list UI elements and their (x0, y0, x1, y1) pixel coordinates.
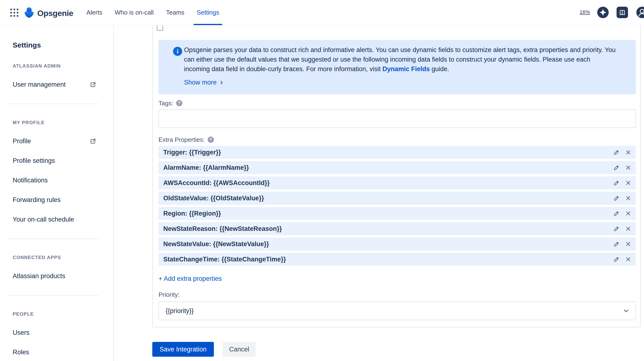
opsgenie-logo[interactable]: Opsgenie (24, 7, 73, 19)
edit-property-button[interactable] (614, 195, 620, 201)
extra-property-text: Trigger: {{Trigger}} (163, 149, 221, 156)
sidebar-item-label: Atlassian products (13, 272, 66, 280)
sidebar-item-label: Users (13, 329, 30, 336)
extra-property-text: Region: {{Region}} (163, 210, 221, 217)
tags-input[interactable] (158, 109, 636, 128)
extra-property-text: AWSAccountId: {{AWSAccountId}} (163, 179, 270, 187)
show-more-link[interactable]: Show more (184, 79, 224, 86)
sidebar-item-label: Roles (13, 348, 29, 356)
discover-compass-icon[interactable] (597, 7, 609, 18)
add-extra-properties-link[interactable]: + Add extra properties (158, 274, 222, 284)
info-text-after: guide. (430, 66, 449, 72)
chevron-right-icon (219, 80, 224, 85)
sidebar-item-notifications[interactable]: Notifications (13, 176, 99, 185)
extra-property-text: StateChangeTime: {{StateChangeTime}} (163, 256, 286, 263)
nav-alerts[interactable]: Alerts (86, 0, 103, 25)
dynamic-fields-link[interactable]: Dynamic Fields (382, 66, 430, 72)
sidebar-item-profile-settings[interactable]: Profile settings (13, 156, 99, 166)
edit-property-button[interactable] (614, 256, 620, 262)
sidebar-item-atlassian-products[interactable]: Atlassian products (13, 271, 99, 281)
opsgenie-logo-icon (24, 7, 34, 19)
info-banner-text: Opsgenie parses your data to construct r… (184, 45, 616, 74)
sidebar-item-profile[interactable]: Profile (13, 136, 99, 146)
product-name: Opsgenie (37, 8, 73, 18)
sidebar-sections: ATLASSIAN ADMINUser managementMY PROFILE… (13, 63, 114, 357)
info-banner: i Opsgenie parses your data to construct… (158, 40, 636, 94)
edit-property-button[interactable] (614, 164, 620, 171)
priority-label-row: Priority: (158, 291, 180, 298)
sidebar-item-label: Profile (13, 138, 31, 145)
remove-property-button[interactable] (626, 226, 631, 232)
notebook-icon[interactable] (616, 7, 628, 18)
sidebar-section-label-connected-apps: CONNECTED APPS (13, 254, 114, 260)
extra-property-text: OldStateValue: {{OldStateValue}} (163, 194, 264, 202)
sidebar-item-label: Your on-call schedule (13, 216, 74, 223)
remove-property-button[interactable] (626, 195, 631, 201)
sidebar-divider (7, 104, 98, 104)
settings-sidebar: Settings ATLASSIAN ADMINUser managementM… (0, 26, 114, 361)
extra-properties-help-icon[interactable]: ? (208, 136, 214, 143)
integration-settings-panel: i Opsgenie parses your data to construct… (152, 22, 641, 327)
nav-who-is-on-call[interactable]: Who is on-call (114, 0, 154, 25)
user-avatar[interactable] (636, 7, 644, 18)
extra-property-row: AlarmName: {{AlarmName}} (158, 161, 636, 174)
primary-nav: AlertsWho is on-callTeamsSettings (86, 0, 220, 25)
priority-label: Priority: (158, 291, 180, 298)
cancel-button[interactable]: Cancel (223, 342, 256, 357)
sidebar-item-label: Profile settings (13, 157, 55, 164)
extra-properties-label: Extra Properties: (158, 136, 205, 144)
priority-select[interactable]: {{priority}} (158, 302, 636, 320)
nav-settings[interactable]: Settings (196, 0, 220, 25)
chevron-down-icon (622, 307, 630, 314)
remove-property-button[interactable] (626, 210, 631, 216)
extra-property-row: StateChangeTime: {{StateChangeTime}} (158, 253, 636, 266)
extra-property-row: OldStateValue: {{OldStateValue}} (158, 192, 636, 204)
remove-property-button[interactable] (626, 180, 631, 186)
sidebar-item-users[interactable]: Users (13, 328, 99, 337)
tags-help-icon[interactable]: ? (176, 100, 182, 106)
remove-property-button[interactable] (626, 150, 631, 155)
edit-property-button[interactable] (614, 226, 620, 232)
external-link-icon (90, 81, 96, 91)
sidebar-item-roles[interactable]: Roles (13, 348, 99, 357)
nav-teams[interactable]: Teams (166, 0, 185, 25)
remove-property-button[interactable] (626, 256, 631, 262)
sidebar-item-label: Notifications (13, 177, 48, 184)
extra-property-actions (614, 210, 631, 216)
extra-property-actions (614, 149, 631, 156)
sidebar-divider (7, 295, 98, 296)
remove-property-button[interactable] (626, 165, 631, 170)
sidebar-section-label-my-profile: MY PROFILE (13, 120, 114, 126)
extra-properties-label-row: Extra Properties: ? (158, 136, 214, 143)
extra-property-row: AWSAccountId: {{AWSAccountId}} (158, 176, 636, 189)
sidebar-item-forwarding-rules[interactable]: Forwarding rules (13, 195, 99, 204)
extra-property-actions (614, 164, 631, 171)
edit-property-button[interactable] (614, 180, 620, 186)
edit-property-button[interactable] (614, 241, 620, 247)
extra-property-row: NewStateValue: {{NewStateValue}} (158, 238, 636, 250)
external-link-icon (90, 138, 96, 147)
edit-property-button[interactable] (614, 210, 620, 216)
extra-property-row: Trigger: {{Trigger}} (158, 146, 636, 159)
app-switcher-icon[interactable] (10, 8, 18, 17)
extra-property-actions (614, 241, 631, 247)
sidebar-item-label: User management (13, 81, 66, 88)
save-integration-button[interactable]: Save Integration (152, 342, 214, 357)
tags-label-row: Tags: ? (158, 100, 182, 107)
edit-property-button[interactable] (614, 149, 620, 156)
sidebar-divider (7, 238, 98, 239)
sidebar-title: Settings (13, 40, 114, 50)
sidebar-item-label: Forwarding rules (13, 196, 61, 204)
sidebar-section-label-people: PEOPLE (13, 311, 114, 317)
sidebar-item-your-on-call-schedule[interactable]: Your on-call schedule (13, 215, 99, 224)
priority-value: {{priority}} (166, 307, 194, 315)
sidebar-item-user-management[interactable]: User management (13, 80, 99, 89)
zoom-level-link[interactable]: 16% (580, 9, 590, 15)
extra-property-row: Region: {{Region}} (158, 207, 636, 220)
remove-property-button[interactable] (626, 241, 631, 247)
extra-property-actions (614, 256, 631, 262)
extra-property-actions (614, 226, 631, 232)
grid-icon (10, 8, 18, 17)
top-navigation-bar: Opsgenie AlertsWho is on-callTeamsSettin… (0, 0, 644, 26)
extra-property-row: NewStateReason: {{NewStateReason}} (158, 222, 636, 235)
